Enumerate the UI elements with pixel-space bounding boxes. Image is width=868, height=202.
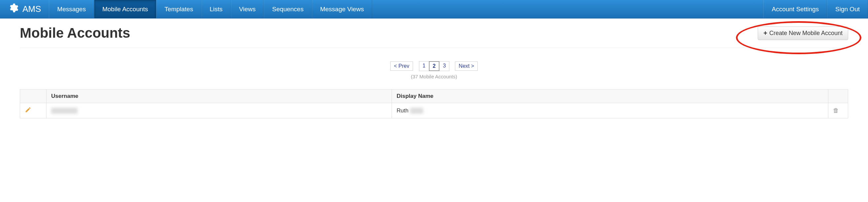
col-header-delete (828, 90, 848, 103)
pagination-page-2[interactable]: 2 (429, 61, 440, 71)
col-header-edit (20, 90, 46, 103)
nav-account-settings[interactable]: Account Settings (763, 0, 827, 18)
pagination-prev[interactable]: < Prev (390, 61, 413, 71)
plus-icon: + (763, 29, 767, 37)
pencil-icon[interactable] (25, 108, 31, 114)
display-name-cell: Ruth (392, 103, 828, 118)
gear-icon (8, 3, 19, 16)
table-header-row: Username Display Name (20, 90, 848, 103)
pagination-page-1[interactable]: 1 (419, 61, 429, 71)
create-new-mobile-account-button[interactable]: + Create New Mobile Account (758, 26, 848, 40)
col-header-username: Username (46, 90, 392, 103)
username-cell (46, 103, 392, 118)
display-name-prefix: Ruth (397, 108, 408, 114)
nav-items: Messages Mobile Accounts Templates Lists… (49, 0, 763, 18)
mobile-accounts-table: Username Display Name Ruth (20, 89, 848, 118)
pagination-next[interactable]: Next > (455, 61, 478, 71)
pagination-count: (37 Mobile Accounts) (20, 74, 848, 79)
delete-cell: 🗑 (828, 103, 848, 118)
nav-messages[interactable]: Messages (49, 0, 94, 18)
nav-sequences[interactable]: Sequences (264, 0, 312, 18)
nav-right: Account Settings Sign Out (763, 0, 868, 18)
display-name-redacted (410, 108, 423, 114)
table-row: Ruth 🗑 (20, 103, 848, 118)
username-redacted (51, 108, 78, 114)
brand[interactable]: AMS (0, 0, 49, 18)
create-button-label: Create New Mobile Account (769, 30, 843, 37)
trash-icon[interactable]: 🗑 (833, 107, 839, 114)
nav-templates[interactable]: Templates (156, 0, 202, 18)
pagination: < Prev 1 2 3 Next > (37 Mobile Accounts) (20, 61, 848, 79)
nav-message-views[interactable]: Message Views (312, 0, 372, 18)
nav-views[interactable]: Views (231, 0, 264, 18)
col-header-display-name: Display Name (392, 90, 828, 103)
page-content: Mobile Accounts + Create New Mobile Acco… (0, 19, 868, 125)
pagination-page-3[interactable]: 3 (439, 61, 450, 71)
nav-lists[interactable]: Lists (202, 0, 231, 18)
edit-cell (20, 103, 46, 118)
nav-sign-out[interactable]: Sign Out (827, 0, 868, 18)
brand-name: AMS (23, 4, 41, 14)
top-navbar: AMS Messages Mobile Accounts Templates L… (0, 0, 868, 19)
nav-mobile-accounts[interactable]: Mobile Accounts (94, 0, 156, 18)
page-title: Mobile Accounts (20, 25, 130, 41)
page-header: Mobile Accounts + Create New Mobile Acco… (20, 25, 848, 48)
